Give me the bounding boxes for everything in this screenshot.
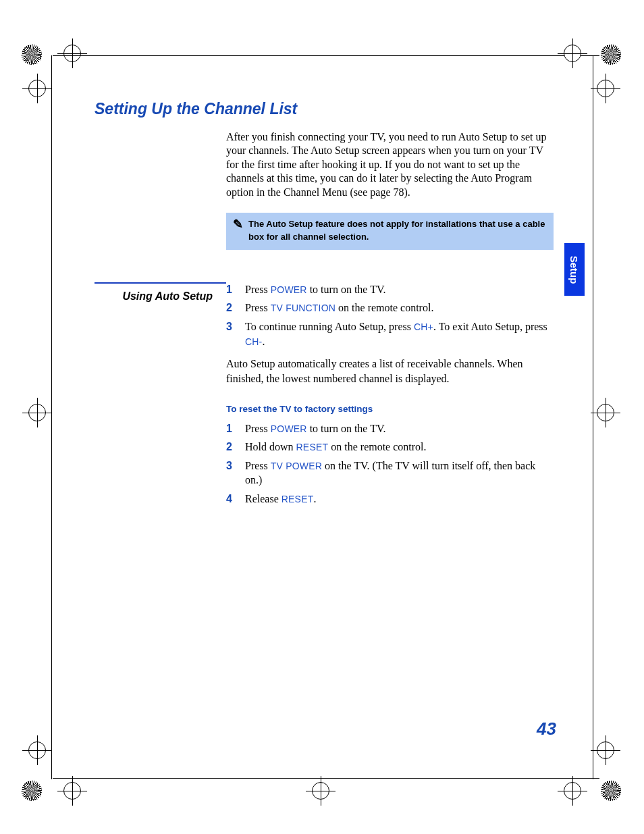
section-tab-label: Setup xyxy=(569,255,581,284)
list-item: 4 Release RESET. xyxy=(226,492,554,506)
step-text: Press POWER to turn on the TV. xyxy=(245,421,554,436)
crop-line xyxy=(51,55,52,779)
step-text: Hold down RESET on the remote control. xyxy=(245,440,554,454)
crosshair-icon xyxy=(28,80,46,97)
knurl-mark-icon xyxy=(22,45,42,65)
auto-setup-note: Auto Setup automatically creates a list … xyxy=(226,357,554,386)
step-number: 3 xyxy=(226,319,245,348)
list-item: 1 Press POWER to turn on the TV. xyxy=(226,282,554,297)
auto-setup-steps: 1 Press POWER to turn on the TV. 2 Press… xyxy=(226,282,554,348)
key-label: CH+ xyxy=(414,321,433,332)
crosshair-icon xyxy=(564,782,581,800)
section-tab: Setup xyxy=(564,243,585,296)
crop-line xyxy=(593,55,593,779)
step-text: To continue running Auto Setup, press CH… xyxy=(245,319,554,348)
step-number: 4 xyxy=(226,492,245,506)
crosshair-icon xyxy=(312,782,329,800)
key-label: POWER xyxy=(271,423,307,434)
crosshair-icon xyxy=(28,404,46,421)
note-box: ✎ The Auto Setup feature does not apply … xyxy=(226,213,554,249)
key-label: TV POWER xyxy=(271,461,322,471)
key-label: RESET xyxy=(281,494,314,504)
step-number: 1 xyxy=(226,282,245,297)
crop-line xyxy=(53,778,599,779)
crosshair-icon xyxy=(564,45,581,62)
page-number: 43 xyxy=(537,719,556,739)
page-heading: Setting Up the Channel List xyxy=(95,100,554,118)
list-item: 1 Press POWER to turn on the TV. xyxy=(226,421,554,436)
side-heading: Using Auto Setup xyxy=(95,282,226,511)
knurl-mark-icon xyxy=(601,45,621,65)
crosshair-icon xyxy=(597,80,614,97)
note-text: The Auto Setup feature does not apply fo… xyxy=(248,218,547,242)
sub-heading: To reset the TV to factory settings xyxy=(226,403,554,415)
list-item: 2 Press TV FUNCTION on the remote contro… xyxy=(226,301,554,315)
key-label: RESET xyxy=(296,442,329,452)
knurl-mark-icon xyxy=(22,781,42,801)
crop-line xyxy=(53,55,599,56)
list-item: 2 Hold down RESET on the remote control. xyxy=(226,440,554,454)
step-text: Press POWER to turn on the TV. xyxy=(245,282,554,297)
step-number: 2 xyxy=(226,301,245,315)
step-text: Press TV POWER on the TV. (The TV will t… xyxy=(245,459,554,488)
step-number: 2 xyxy=(226,440,245,454)
key-label: POWER xyxy=(271,284,307,295)
key-label: TV FUNCTION xyxy=(271,303,336,313)
list-item: 3 Press TV POWER on the TV. (The TV will… xyxy=(226,459,554,488)
key-label: CH- xyxy=(245,336,262,347)
crosshair-icon xyxy=(597,741,614,759)
intro-paragraph: After you finish connecting your TV, you… xyxy=(226,130,554,199)
factory-reset-steps: 1 Press POWER to turn on the TV. 2 Hold … xyxy=(226,421,554,506)
crosshair-icon xyxy=(597,404,614,421)
list-item: 3 To continue running Auto Setup, press … xyxy=(226,319,554,348)
knurl-mark-icon xyxy=(601,781,621,801)
step-number: 3 xyxy=(226,459,245,488)
crosshair-icon xyxy=(63,45,81,62)
step-number: 1 xyxy=(226,421,245,436)
step-text: Press TV FUNCTION on the remote control. xyxy=(245,301,554,315)
step-text: Release RESET. xyxy=(245,492,554,506)
pencil-icon: ✎ xyxy=(233,218,243,242)
crosshair-icon xyxy=(63,782,81,800)
crosshair-icon xyxy=(28,741,46,759)
